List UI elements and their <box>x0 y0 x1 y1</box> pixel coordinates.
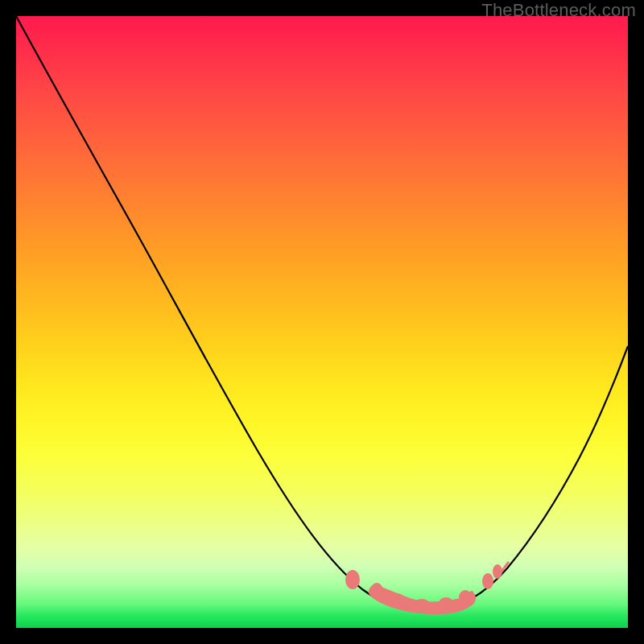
trough-marker-group <box>345 562 509 614</box>
chart-frame <box>16 16 628 628</box>
trough-dot-3 <box>390 593 405 608</box>
watermark-text: TheBottleneck.com <box>481 0 636 21</box>
trough-dot-4 <box>414 599 430 612</box>
bottleneck-curve-svg <box>16 16 628 628</box>
trough-dot-6 <box>459 590 472 605</box>
bottleneck-curve-path <box>16 16 628 610</box>
trough-dot-2 <box>370 583 383 599</box>
trough-dot-5 <box>439 597 453 610</box>
trough-dot-left <box>345 570 360 589</box>
trough-dot-right-1 <box>482 573 493 589</box>
